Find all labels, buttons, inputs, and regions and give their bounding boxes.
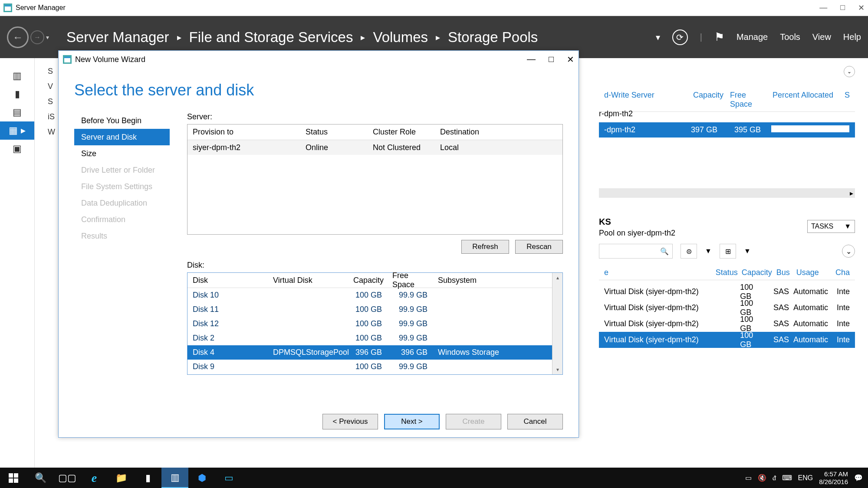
col-header[interactable]: Cha xyxy=(830,268,855,277)
nav-forward-button[interactable]: → xyxy=(30,30,44,44)
svg-rect-8 xyxy=(9,478,13,483)
col-header[interactable]: Status xyxy=(300,128,368,137)
app-icon-1[interactable]: ⬢ xyxy=(188,468,215,488)
nav-back-button[interactable]: ← xyxy=(7,26,29,48)
col-header[interactable]: Virtual Disk xyxy=(268,276,348,285)
rail-shares-icon[interactable]: ▣ xyxy=(0,140,34,158)
tray-keyboard-icon[interactable]: ⌨ xyxy=(782,474,792,482)
physical-disk-row[interactable]: Virtual Disk (siyer-dpm-th2)100 GBSASAut… xyxy=(599,300,855,316)
file-explorer-icon[interactable]: 📁 xyxy=(108,468,135,488)
wizard-close-button[interactable]: ✕ xyxy=(567,54,574,65)
app-icon-2[interactable]: ▭ xyxy=(215,468,242,488)
tray-network-icon[interactable]: ▭ xyxy=(745,474,752,482)
refresh-icon[interactable]: ⟳ xyxy=(672,29,688,45)
physical-disk-row[interactable]: Virtual Disk (siyer-dpm-th2)100 GBSASAut… xyxy=(599,316,855,332)
view-icon[interactable]: ⊞ xyxy=(720,244,736,259)
rail-servers-icon[interactable]: ▥ xyxy=(0,67,34,85)
disk-label: Disk: xyxy=(187,261,563,270)
rail-disks-icon[interactable]: ▤ xyxy=(0,103,34,121)
disk-list-scrollbar[interactable]: ▴▾ xyxy=(552,273,562,374)
col-header[interactable]: Capacity xyxy=(736,268,771,277)
ie-icon[interactable]: e xyxy=(81,468,108,488)
close-button[interactable]: ✕ xyxy=(858,3,865,13)
wizard-minimize-button[interactable]: — xyxy=(527,54,536,65)
server-row[interactable]: siyer-dpm-th2 Online Not Clustered Local xyxy=(187,140,562,155)
minimize-button[interactable]: — xyxy=(819,3,827,13)
wizard-maximize-button[interactable]: □ xyxy=(549,54,554,65)
disk-row[interactable]: Disk 9100 GB99.9 GB xyxy=(187,360,552,374)
tray-volume-icon[interactable]: 🔇 xyxy=(758,474,766,482)
cmd-icon[interactable]: ▮ xyxy=(135,468,161,488)
rail-storage-pools-icon[interactable]: ▦ ▸ xyxy=(0,121,34,140)
menu-manage[interactable]: Manage xyxy=(736,32,768,42)
start-button[interactable] xyxy=(0,468,27,488)
col-header[interactable]: Percent Allocated xyxy=(767,91,839,109)
create-button[interactable]: Create xyxy=(446,414,501,429)
bg-selected-row[interactable]: -dpm-th2 397 GB 395 GB xyxy=(599,122,855,138)
expand-icon[interactable]: ⌄ xyxy=(842,245,855,258)
tray-clock[interactable]: 6:57 AM 8/26/2016 xyxy=(819,470,848,485)
disk-row[interactable]: Disk 10100 GB99.9 GB xyxy=(187,288,552,302)
bg-horizontal-scrollbar[interactable]: ▸ xyxy=(599,188,855,198)
menu-help[interactable]: Help xyxy=(843,32,861,42)
cancel-button[interactable]: Cancel xyxy=(507,414,563,429)
physical-disk-row[interactable]: Virtual Disk (siyer-dpm-th2)100 GBSASAut… xyxy=(599,284,855,300)
tasks-dropdown[interactable]: TASKS▼ xyxy=(807,220,855,233)
col-header[interactable]: Free Space xyxy=(725,91,767,109)
svg-rect-6 xyxy=(9,473,13,478)
next-button[interactable]: Next > xyxy=(384,414,440,429)
search-icon[interactable]: 🔍 xyxy=(27,468,54,488)
col-header[interactable]: Provision to xyxy=(187,128,300,137)
maximize-button[interactable]: □ xyxy=(840,3,845,13)
taskbar: 🔍 ▢▢ e 📁 ▮ ▥ ⬢ ▭ ▭ 🔇 ᵭ ⌨ ENG 6:57 AM 8/2… xyxy=(0,468,868,488)
rail-volumes-icon[interactable]: ▮ xyxy=(0,85,34,103)
refresh-button[interactable]: Refresh xyxy=(461,240,509,254)
tray-language[interactable]: ENG xyxy=(798,474,813,482)
disk-row[interactable]: Disk 4DPMSQLStoragePool396 GB396 GBWindo… xyxy=(187,345,552,360)
col-header[interactable]: Bus xyxy=(771,268,791,277)
task-view-icon[interactable]: ▢▢ xyxy=(54,468,81,488)
col-header[interactable]: Capacity xyxy=(348,276,387,285)
col-header[interactable]: Status xyxy=(710,268,736,277)
collapse-icon[interactable]: ⌄ xyxy=(844,66,855,77)
breadcrumb-dropdown[interactable]: ▾ xyxy=(656,32,660,43)
wizard-nav-item[interactable]: Size xyxy=(74,145,170,162)
rescan-button[interactable]: Rescan xyxy=(515,240,563,254)
wizard-nav-item[interactable]: Before You Begin xyxy=(74,112,170,129)
col-header[interactable]: e xyxy=(599,268,710,277)
wizard-heading: Select the server and disk xyxy=(59,68,579,112)
disk-row[interactable]: Disk 12100 GB99.9 GB xyxy=(187,317,552,331)
tray-ease-icon[interactable]: ᵭ xyxy=(773,474,776,482)
wizard-nav-item[interactable]: Server and Disk xyxy=(74,129,170,145)
col-header[interactable]: Disk xyxy=(187,276,268,285)
col-header[interactable]: Subsystem xyxy=(433,276,482,285)
server-manager-icon[interactable]: ▥ xyxy=(161,468,188,488)
breadcrumb-item[interactable]: Volumes xyxy=(373,29,428,46)
rail-label: S xyxy=(48,67,55,76)
physical-disk-row[interactable]: Virtual Disk (siyer-dpm-th2)100 GBSASAut… xyxy=(599,332,855,348)
disk-row[interactable]: Disk 11100 GB99.9 GB xyxy=(187,302,552,317)
col-header[interactable]: Destination xyxy=(435,128,484,137)
filter-dropdown[interactable]: ▼ xyxy=(705,247,712,255)
col-header[interactable]: d-Write Server xyxy=(599,91,688,109)
col-header[interactable]: S xyxy=(839,91,855,109)
disk-row[interactable]: Disk 2100 GB99.9 GB xyxy=(187,331,552,345)
nav-history-dropdown[interactable]: ▾ xyxy=(46,34,49,41)
col-header[interactable]: Free Space xyxy=(387,271,433,289)
col-header[interactable]: Capacity xyxy=(688,91,725,109)
search-input[interactable]: 🔍 xyxy=(599,244,673,259)
breadcrumb-item[interactable]: Storage Pools xyxy=(448,29,538,46)
menu-view[interactable]: View xyxy=(812,32,831,42)
flag-icon[interactable]: ⚑ xyxy=(714,30,724,44)
tray-notifications-icon[interactable]: 💬 xyxy=(854,474,863,482)
view-dropdown[interactable]: ▼ xyxy=(744,247,751,255)
menu-tools[interactable]: Tools xyxy=(780,32,800,42)
previous-button[interactable]: < Previous xyxy=(322,414,378,429)
breadcrumb-item[interactable]: Server Manager xyxy=(66,29,169,46)
breadcrumb-item[interactable]: File and Storage Services xyxy=(189,29,353,46)
cell: Local xyxy=(435,143,464,152)
col-header[interactable]: Usage xyxy=(791,268,830,277)
filter-icon[interactable]: ⊜ xyxy=(681,244,697,259)
server-list: Provision to Status Cluster Role Destina… xyxy=(187,124,563,235)
col-header[interactable]: Cluster Role xyxy=(368,128,435,137)
